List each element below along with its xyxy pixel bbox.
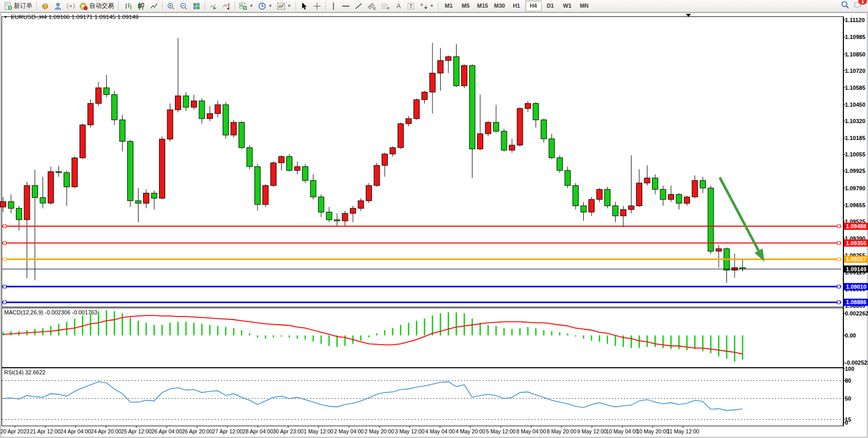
auto-scroll-button[interactable] xyxy=(207,0,220,12)
chart-bars-button[interactable] xyxy=(122,0,134,12)
toolbar-grip xyxy=(118,2,120,10)
timeframe-MN[interactable]: MN xyxy=(576,1,593,11)
line-price-label: 1.09488 xyxy=(846,223,866,229)
candle xyxy=(56,172,62,173)
arrows-button[interactable]: ▼ xyxy=(418,0,436,12)
candle xyxy=(581,206,586,212)
line-handle[interactable] xyxy=(837,285,840,288)
candle xyxy=(303,167,308,181)
macd-bar xyxy=(337,335,338,347)
timeframe-W1[interactable]: W1 xyxy=(559,1,576,11)
candle xyxy=(557,158,563,171)
macd-bar xyxy=(130,317,131,335)
line-handle[interactable] xyxy=(837,242,840,245)
crosshair-button[interactable] xyxy=(311,0,323,12)
tile-windows-button[interactable] xyxy=(190,0,203,12)
macd-bar xyxy=(3,332,4,335)
candle xyxy=(167,110,173,139)
line-price-label: 1.08886 xyxy=(846,299,866,305)
chart-canvas[interactable]: 1.111201.109851.108501.107201.105851.104… xyxy=(0,12,868,438)
candle xyxy=(374,165,380,185)
text-label-button[interactable]: T xyxy=(405,0,417,12)
indicators-button[interactable]: ▼ xyxy=(275,0,293,12)
macd-bar xyxy=(58,324,59,335)
symbol-dropdown-icon[interactable]: ▼ xyxy=(4,15,8,19)
date-label: 25 Apr 12:00 xyxy=(121,428,152,434)
vertical-line-button[interactable] xyxy=(328,0,339,12)
line-handle[interactable] xyxy=(837,301,840,304)
macd-bar xyxy=(162,325,163,336)
notifications-button[interactable]: 1 xyxy=(854,1,863,11)
fibonacci-button[interactable]: F xyxy=(379,0,392,12)
chart-line-button[interactable] xyxy=(148,0,160,12)
zoom-out-button[interactable] xyxy=(177,0,190,12)
date-label: 24 Apr 04:00 xyxy=(61,428,91,434)
date-label: 1 May 12:00 xyxy=(304,428,333,434)
toolbar-separator xyxy=(162,2,163,10)
line-handle[interactable] xyxy=(3,242,6,245)
chart-candles-button[interactable] xyxy=(135,0,147,12)
line-handle[interactable] xyxy=(3,285,6,288)
equidistant-channel-button[interactable]: E xyxy=(365,0,379,12)
search-icon[interactable] xyxy=(841,1,850,11)
candle xyxy=(684,197,690,203)
new-order-button[interactable]: 新订单 xyxy=(2,0,34,12)
date-label: 9 May 12:00 xyxy=(577,428,607,434)
signal-radio-icon xyxy=(67,2,75,10)
macd-bar xyxy=(678,335,679,349)
date-label: 2 May 04:00 xyxy=(334,428,364,434)
autotrade-button[interactable]: 自动交易 xyxy=(77,0,116,12)
candle xyxy=(438,61,443,73)
svg-text:F: F xyxy=(387,7,389,10)
date-label: 11 May 12:00 xyxy=(667,428,699,434)
timeframe-M30[interactable]: M30 xyxy=(491,1,508,11)
signals-button[interactable] xyxy=(65,0,77,12)
toolbar-separator xyxy=(234,2,235,10)
zoom-in-icon xyxy=(167,2,175,10)
zoom-in-button[interactable] xyxy=(165,0,177,12)
timeframe-H4[interactable]: H4 xyxy=(525,1,542,11)
line-handle[interactable] xyxy=(3,225,6,228)
macd-bar xyxy=(710,335,711,353)
timeframe-D1[interactable]: D1 xyxy=(542,1,559,11)
line-handle[interactable] xyxy=(3,257,6,261)
timeframe-M15[interactable]: M15 xyxy=(475,1,491,11)
macd-bar xyxy=(122,313,123,335)
zoom-out-icon xyxy=(180,2,188,10)
candle xyxy=(263,186,268,205)
accounts-button[interactable] xyxy=(52,0,64,12)
macd-bar xyxy=(567,333,568,335)
periods-button[interactable]: ▼ xyxy=(256,0,274,12)
macd-bar xyxy=(241,330,242,335)
timeframe-M1[interactable]: M1 xyxy=(441,1,457,11)
line-handle[interactable] xyxy=(3,301,6,304)
price-tick-label: 1.10185 xyxy=(845,135,865,141)
price-tick-label: 1.10985 xyxy=(845,34,865,40)
candle xyxy=(613,206,618,216)
line-handle[interactable] xyxy=(837,257,840,261)
date-label: 24 Apr 20:00 xyxy=(91,428,122,434)
macd-bar xyxy=(496,326,497,335)
cursor-button[interactable] xyxy=(298,0,310,12)
text-label-icon: T xyxy=(407,2,415,10)
candle xyxy=(422,92,427,100)
timeframe-M5[interactable]: M5 xyxy=(458,1,474,11)
line-handle[interactable] xyxy=(837,225,840,228)
timeframe-H1[interactable]: H1 xyxy=(508,1,525,11)
price-tick-label: 1.10055 xyxy=(845,151,865,157)
new-chart-button[interactable]: ▼ xyxy=(237,0,255,12)
fibonacci-icon: F xyxy=(381,2,390,10)
horizontal-line-button[interactable] xyxy=(340,0,352,12)
chart-shift-button[interactable] xyxy=(220,0,232,12)
deposit-button[interactable] xyxy=(39,0,51,12)
text-button[interactable]: A xyxy=(393,0,404,12)
macd-bar xyxy=(607,335,608,344)
date-label: 10 May 20:00 xyxy=(636,428,669,434)
svg-text:A: A xyxy=(397,3,401,10)
candle xyxy=(398,124,404,148)
date-label: 4 May 04:00 xyxy=(425,428,455,434)
candle xyxy=(549,139,555,158)
macd-bar xyxy=(177,322,179,335)
date-label: 5 May 12:00 xyxy=(486,428,516,434)
trendline-button[interactable] xyxy=(352,0,365,12)
